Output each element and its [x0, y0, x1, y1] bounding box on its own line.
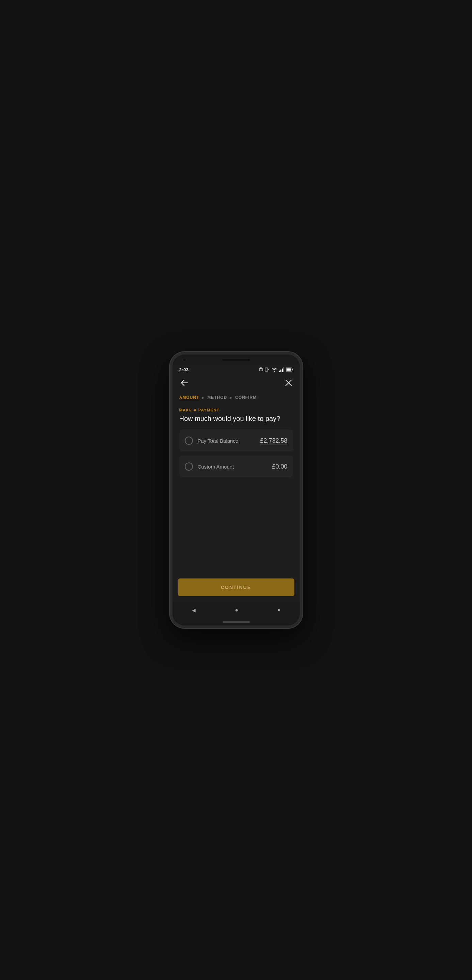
- vpn-icon: [259, 367, 264, 372]
- svg-rect-4: [282, 369, 283, 372]
- wifi-icon: [271, 367, 277, 372]
- bottom-handle-bar: [222, 621, 250, 623]
- custom-amount-value: £0.00: [272, 463, 287, 470]
- back-arrow-icon: [181, 380, 188, 386]
- back-button[interactable]: [180, 379, 189, 388]
- step-method: METHOD: [207, 395, 227, 400]
- continue-button[interactable]: CONTINUE: [178, 579, 294, 596]
- nav-back-system-button[interactable]: ◀: [189, 605, 199, 616]
- custom-amount-option[interactable]: Custom Amount £0.00: [180, 456, 293, 477]
- step-confirm-label: CONFIRM: [235, 395, 257, 400]
- step-amount-label: AMOUNT: [180, 395, 199, 400]
- separator-2: ▶: [230, 396, 232, 399]
- recents-square-icon: ■: [278, 608, 280, 612]
- top-bezel: [173, 355, 300, 365]
- pay-total-balance-option[interactable]: Pay Total Balance £2,732.58: [180, 430, 293, 452]
- section-title: How much would you like to pay?: [180, 414, 293, 423]
- nav-bar: [173, 374, 300, 392]
- status-icons: [259, 367, 293, 372]
- pay-total-balance-radio: [185, 437, 193, 445]
- svg-rect-0: [259, 369, 263, 371]
- home-circle-icon: ●: [235, 607, 238, 613]
- svg-rect-3: [280, 369, 281, 372]
- battery-icon: [286, 368, 293, 372]
- speaker: [222, 359, 250, 361]
- custom-amount-radio: [185, 463, 193, 471]
- camera: [183, 358, 186, 361]
- svg-rect-2: [279, 371, 280, 372]
- back-triangle-icon: ◀: [192, 608, 195, 613]
- status-time: 2:03: [180, 367, 189, 372]
- pay-total-balance-left: Pay Total Balance: [185, 437, 238, 445]
- bottom-nav: ◀ ● ■: [173, 601, 300, 619]
- section-label: MAKE A PAYMENT: [180, 408, 293, 412]
- nav-recents-button[interactable]: ■: [275, 605, 283, 615]
- step-confirm: CONFIRM: [235, 395, 257, 400]
- step-method-label: METHOD: [207, 395, 227, 400]
- separator-1: ▶: [202, 396, 205, 399]
- svg-rect-1: [265, 368, 268, 371]
- payment-options: Pay Total Balance £2,732.58 Custom Amoun…: [180, 430, 293, 568]
- close-button[interactable]: [284, 379, 293, 388]
- custom-amount-left: Custom Amount: [185, 463, 234, 471]
- phone-frame: 2:03: [170, 352, 302, 628]
- status-bar: 2:03: [173, 365, 300, 374]
- step-amount: AMOUNT: [180, 395, 199, 400]
- step-indicator: AMOUNT ▶ METHOD ▶ CONFIRM: [173, 392, 300, 405]
- svg-rect-5: [283, 367, 284, 372]
- svg-rect-7: [286, 369, 291, 371]
- nfc-icon: [265, 367, 270, 372]
- status-extra-icons: [259, 367, 270, 372]
- pay-total-balance-label: Pay Total Balance: [198, 438, 238, 444]
- continue-section: CONTINUE: [173, 574, 300, 601]
- screen: 2:03: [173, 355, 300, 625]
- app-content: AMOUNT ▶ METHOD ▶ CONFIRM MAKE A PAYMENT…: [173, 374, 300, 601]
- pay-total-balance-value: £2,732.58: [260, 437, 287, 444]
- nav-home-button[interactable]: ●: [232, 605, 241, 616]
- close-icon: [286, 380, 292, 386]
- bottom-handle: [173, 619, 300, 625]
- custom-amount-label: Custom Amount: [198, 464, 234, 469]
- main-content: MAKE A PAYMENT How much would you like t…: [173, 405, 300, 574]
- signal-icon: [279, 367, 284, 372]
